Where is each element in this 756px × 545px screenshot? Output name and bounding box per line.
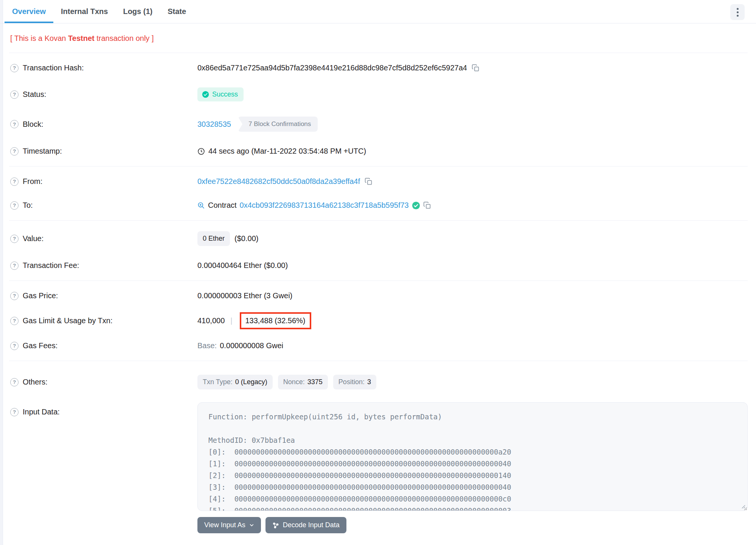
transaction-hash-value: 0x86ed5a771e725aa94d5b7fa2398e4419e216d8… [197, 64, 467, 72]
tab-logs[interactable]: Logs (1) [115, 0, 160, 23]
txn-type-key: Txn Type: [203, 378, 233, 386]
others-label: Others: [23, 378, 48, 386]
tab-state[interactable]: State [160, 0, 194, 23]
position-value: 3 [367, 378, 371, 386]
input-data-label: Input Data: [23, 408, 60, 416]
warning-text-suffix: transaction only ] [95, 34, 154, 42]
gas-separator: | [230, 316, 232, 325]
view-input-as-button[interactable]: View Input As [197, 517, 261, 533]
input-data-line: [5]: 00000000000000000000000000000000000… [208, 505, 747, 511]
page-left-edge [0, 0, 3, 545]
row-from: ? From: 0xfee7522e8482682cf50ddc50a0f8da… [0, 170, 756, 193]
input-data-line: [3]: 00000000000000000000000000000000000… [208, 481, 747, 493]
status-badge: Success [197, 87, 244, 101]
warning-bold-text: Testnet [68, 34, 95, 42]
transaction-hash-label: Transaction Hash: [23, 64, 84, 72]
tab-internal-txns[interactable]: Internal Txns [53, 0, 115, 23]
help-icon[interactable]: ? [10, 408, 19, 416]
gas-limit-value: 410,000 [197, 316, 225, 325]
timestamp-value: 44 secs ago (Mar-11-2022 03:54:48 PM +UT… [208, 147, 366, 156]
help-icon[interactable]: ? [10, 178, 19, 186]
input-data-line: [2]: 00000000000000000000000000000000000… [208, 470, 747, 481]
transaction-fee-value: 0.000400464 Ether ($0.00) [197, 261, 288, 270]
kebab-icon [737, 11, 739, 13]
help-icon[interactable]: ? [10, 262, 19, 270]
gas-price-label: Gas Price: [23, 291, 58, 300]
tab-bar: Overview Internal Txns Logs (1) State [0, 0, 756, 23]
more-options-button[interactable] [730, 4, 745, 20]
row-timestamp: ? Timestamp: 44 secs ago (Mar-11-2022 03… [0, 139, 756, 163]
help-icon[interactable]: ? [10, 235, 19, 243]
help-icon[interactable]: ? [10, 147, 19, 156]
gas-usage-value: 133,488 (32.56%) [245, 316, 306, 325]
block-label: Block: [23, 120, 43, 129]
view-input-as-label: View Input As [204, 521, 245, 529]
row-transaction-fee: ? Transaction Fee: 0.000400464 Ether ($0… [0, 254, 756, 277]
status-text: Success [212, 90, 238, 98]
value-label: Value: [23, 234, 43, 243]
help-icon[interactable]: ? [10, 90, 19, 99]
help-icon[interactable]: ? [10, 64, 19, 72]
help-icon[interactable]: ? [10, 201, 19, 210]
value-amount-badge: 0 Ether [197, 231, 230, 246]
gas-price-value: 0.000000003 Ether (3 Gwei) [197, 291, 292, 300]
decode-input-data-button[interactable]: Decode Input Data [265, 517, 346, 533]
row-gas-limit-usage: ? Gas Limit & Usage by Txn: 410,000 | 13… [0, 308, 756, 334]
from-label: From: [23, 177, 42, 186]
to-address-link[interactable]: 0x4cb093f226983713164a62138c3f718a5b595f… [240, 201, 409, 210]
input-data-line: MethodID: 0x7bbaf1ea [208, 434, 747, 446]
gas-fees-base-value: 0.000000008 Gwei [220, 341, 283, 350]
testnet-warning: [ This is a Kovan Testnet transaction on… [0, 23, 756, 53]
decode-input-data-label: Decode Input Data [283, 521, 340, 529]
row-to: ? To: Contract 0x4cb093f226983713164a621… [0, 193, 756, 217]
gas-fees-label: Gas Fees: [23, 341, 57, 350]
clock-icon [197, 148, 205, 155]
timestamp-label: Timestamp: [23, 147, 62, 156]
copy-icon[interactable] [365, 178, 373, 185]
status-label: Status: [23, 90, 46, 99]
gas-limit-label: Gas Limit & Usage by Txn: [23, 316, 113, 325]
input-data-line: [0]: 00000000000000000000000000000000000… [208, 446, 747, 458]
resize-grip-icon[interactable] [740, 503, 745, 509]
row-gas-price: ? Gas Price: 0.000000003 Ether (3 Gwei) [0, 284, 756, 308]
nonce-badge: Nonce: 3375 [278, 375, 328, 389]
txn-type-value: 0 (Legacy) [235, 378, 267, 386]
input-data-actions: View Input As Decode Input Data [0, 511, 756, 543]
row-block: ? Block: 30328535 7 Block Confirmations [0, 109, 756, 139]
copy-icon[interactable] [423, 201, 431, 209]
row-transaction-hash: ? Transaction Hash: 0x86ed5a771e725aa94d… [0, 56, 756, 80]
verified-check-icon [412, 201, 420, 210]
row-value: ? Value: 0 Ether ($0.00) [0, 224, 756, 254]
input-data-line: [4]: 00000000000000000000000000000000000… [208, 493, 747, 505]
gas-usage-highlight-box: 133,488 (32.56%) [240, 312, 311, 329]
help-icon[interactable]: ? [10, 378, 19, 386]
position-badge: Position: 3 [333, 375, 376, 389]
copy-icon[interactable] [472, 64, 480, 72]
row-status: ? Status: Success [0, 80, 756, 109]
help-icon[interactable]: ? [10, 317, 19, 325]
input-data-box[interactable]: Function: performUpkeep(uint256 id, byte… [197, 402, 748, 511]
gas-fees-base-label: Base: [197, 341, 217, 350]
block-number-link[interactable]: 30328535 [197, 120, 231, 129]
zoom-in-icon[interactable] [197, 202, 205, 209]
nonce-key: Nonce: [283, 378, 305, 386]
input-data-line: [1]: 00000000000000000000000000000000000… [208, 458, 747, 470]
warning-text: [ This is a Kovan [10, 34, 68, 42]
to-contract-word: Contract [208, 201, 237, 210]
position-key: Position: [338, 378, 365, 386]
from-address-link[interactable]: 0xfee7522e8482682cf50ddc50a0f8da2a39effa… [197, 177, 360, 186]
row-input-data: ? Input Data: Function: performUpkeep(ui… [0, 397, 756, 511]
block-confirmations-badge: 7 Block Confirmations [238, 117, 318, 132]
tab-overview[interactable]: Overview [5, 0, 53, 23]
row-others: ? Others: Txn Type: 0 (Legacy) Nonce: 33… [0, 367, 756, 397]
check-circle-icon [202, 91, 209, 98]
help-icon[interactable]: ? [10, 292, 19, 300]
txn-type-badge: Txn Type: 0 (Legacy) [197, 375, 273, 389]
value-usd: ($0.00) [234, 234, 258, 243]
transaction-fee-label: Transaction Fee: [23, 261, 79, 270]
help-icon[interactable]: ? [10, 342, 19, 350]
help-icon[interactable]: ? [10, 120, 19, 128]
nonce-value: 3375 [307, 378, 323, 386]
input-data-line [208, 423, 747, 434]
row-gas-fees: ? Gas Fees: Base: 0.000000008 Gwei [0, 334, 756, 358]
